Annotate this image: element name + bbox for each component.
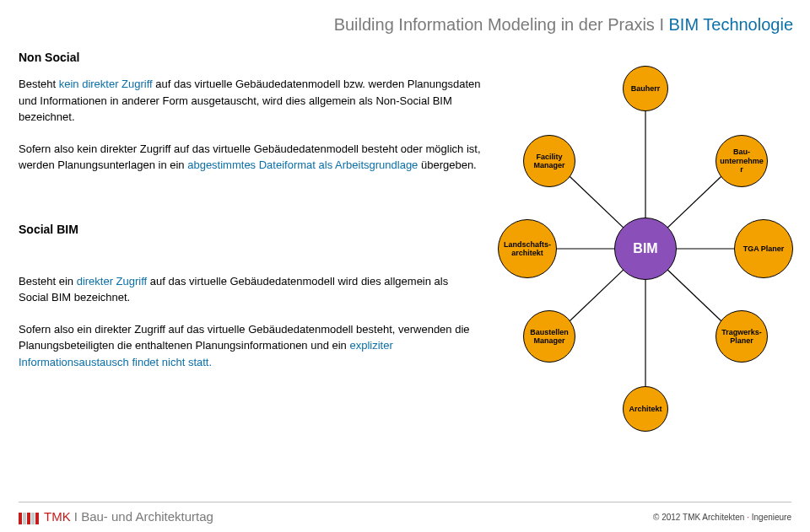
- social-para-1: Besteht ein direkter Zugriff auf das vir…: [19, 273, 481, 306]
- tmk-logo-icon: [19, 513, 39, 524]
- node-label: Bau- unternehme r: [720, 148, 764, 174]
- highlight-kein-direkter: kein direkter Zugriff: [59, 78, 153, 90]
- node-label: Baustellen Manager: [530, 328, 569, 346]
- node-bauherr: Bauherr: [623, 66, 668, 111]
- node-label: Bauherr: [631, 84, 661, 93]
- footer: TMK I Bau- und Architekturtag © 2012 TMK…: [0, 502, 810, 532]
- node-tga-planer: TGA Planer: [734, 219, 793, 278]
- node-bim-center: BIM: [614, 218, 677, 280]
- social-para-2: Sofern also ein direkter Zugriff auf das…: [19, 321, 481, 371]
- text: Sofern also ein direkter Zugriff auf das…: [19, 323, 470, 352]
- title-blue: BIM Technologie: [669, 15, 794, 34]
- copyright-suffix: Ingenieure: [749, 513, 791, 522]
- footer-tmk: TMK: [44, 509, 71, 524]
- nonsocial-para-1: Besteht kein direkter Zugriff auf das vi…: [19, 76, 481, 126]
- node-label: Landschafts- architekt: [504, 240, 551, 258]
- footer-right: © 2012 TMK Architekten · Ingenieure: [653, 513, 791, 522]
- node-label: BIM: [633, 241, 657, 256]
- node-landschaftsarchitekt: Landschafts- architekt: [498, 219, 557, 278]
- node-label: Tragwerks- Planer: [721, 328, 762, 346]
- footer-rule: [19, 502, 791, 502]
- body-column: Non Social Besteht kein direkter Zugriff…: [19, 51, 481, 385]
- heading-non-social: Non Social: [19, 51, 481, 64]
- node-baustellen-manager: Baustellen Manager: [523, 310, 575, 363]
- highlight-dateiformat: abgestimmtes Dateiformat als Arbeitsgrun…: [187, 159, 418, 171]
- highlight-direkter-zugriff: direkter Zugriff: [77, 275, 148, 287]
- footer-left: TMK I Bau- und Architekturtag: [19, 509, 213, 524]
- footer-event: I Bau- und Architekturtag: [71, 509, 213, 524]
- node-bauunternehmer: Bau- unternehme r: [716, 135, 768, 187]
- bim-diagram: Bauherr Facility Manager Bau- unternehme…: [489, 51, 802, 489]
- text: Besteht ein: [19, 275, 77, 287]
- node-architekt: Architekt: [623, 386, 668, 432]
- node-tragwerksplaner: Tragwerks- Planer: [716, 310, 768, 363]
- heading-social-bim: Social BIM: [19, 223, 481, 236]
- nonsocial-para-2: Sofern also kein direkter Zugriff auf da…: [19, 141, 481, 174]
- node-label: TGA Planer: [743, 245, 785, 253]
- title-gray: Building Information Modeling in der Pra…: [334, 15, 669, 34]
- copyright: © 2012 TMK Architekten: [653, 513, 747, 522]
- node-label: Architekt: [629, 405, 662, 413]
- page-title: Building Information Modeling in der Pra…: [0, 15, 793, 35]
- node-label: Facility Manager: [533, 153, 564, 170]
- text: Besteht: [19, 78, 59, 90]
- node-facility-manager: Facility Manager: [523, 135, 575, 187]
- text: übergeben.: [418, 159, 476, 171]
